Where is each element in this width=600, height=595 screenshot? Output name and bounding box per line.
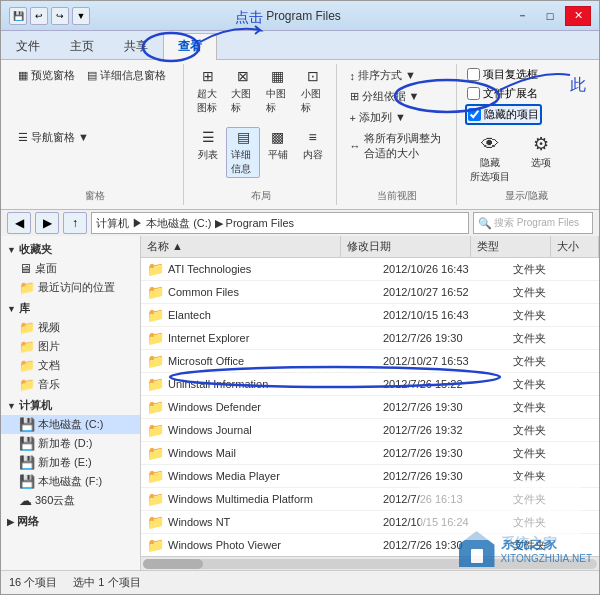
address-toolbar: ◀ ▶ ↑ 计算机 ▶ 本地磁盘 (C:) ▶ Program Files 🔍 … (1, 210, 599, 236)
up-button[interactable]: ↑ (63, 212, 87, 234)
sidebar-item-docs[interactable]: 📁文档 (1, 356, 140, 375)
cloud-icon: ☁ (19, 493, 32, 508)
back-button[interactable]: ◀ (7, 212, 31, 234)
list-btn[interactable]: ☰列表 (192, 127, 226, 164)
sidebar-section-library: ▼ 库 📁视频 📁图片 📁文档 📁音乐 (1, 299, 140, 394)
dropdown-quick-btn[interactable]: ▼ (72, 7, 90, 25)
sidebar-item-d-drive[interactable]: 💾新加卷 (D:) (1, 434, 140, 453)
address-input[interactable]: 计算机 ▶ 本地磁盘 (C:) ▶ Program Files (91, 212, 469, 234)
search-input[interactable]: 🔍 搜索 Program Files (473, 212, 593, 234)
desktop-icon: 🖥 (19, 261, 32, 276)
detail-pane-btn[interactable]: ▤ 详细信息窗格 (82, 66, 171, 85)
large-icon-btn[interactable]: ⊠大图标 (226, 66, 260, 117)
tab-file[interactable]: 文件 (1, 33, 55, 59)
file-row-uninstall[interactable]: 📁 Uninstall Information 2012/7/26 15:22 … (141, 373, 599, 396)
sidebar-section-network: ▶ 网络 (1, 512, 140, 531)
medium-icon-btn[interactable]: ▦中图标 (261, 66, 295, 117)
sidebar-item-recent[interactable]: 📁最近访问的位置 (1, 278, 140, 297)
tile-btn[interactable]: ▩平铺 (261, 127, 295, 164)
extension-checkbox-input[interactable] (467, 87, 480, 100)
folder-icon-elantech: 📁 (147, 307, 164, 323)
fitcol-btn[interactable]: ↔将所有列调整为合适的大小 (345, 129, 451, 163)
music-icon: 📁 (19, 377, 35, 392)
file-row-common[interactable]: 📁 Common Files 2012/10/27 16:52 文件夹 (141, 281, 599, 304)
tab-share[interactable]: 共享 (109, 33, 163, 59)
recent-icon: 📁 (19, 280, 35, 295)
file-row-mediaplayer[interactable]: 📁 Windows Media Player 2012/7/26 19:30 文… (141, 465, 599, 488)
file-row-msoffice[interactable]: 📁 Microsoft Office 2012/10/27 16:53 文件夹 (141, 350, 599, 373)
currentview-label: 当前视图 (345, 187, 451, 203)
tile-icon: ▩ (271, 129, 284, 145)
options-btn[interactable]: ⚙ 选项 (519, 129, 563, 173)
file-row-journal[interactable]: 📁 Windows Journal 2012/7/26 19:32 文件夹 (141, 419, 599, 442)
col-size[interactable]: 大小 (551, 236, 599, 257)
library-header[interactable]: ▼ 库 (1, 299, 140, 318)
sort-btn[interactable]: ↕排序方式 ▼ (345, 66, 421, 85)
content-btn[interactable]: ≡内容 (296, 127, 330, 164)
file-row-defender[interactable]: 📁 Windows Defender 2012/7/26 19:30 文件夹 (141, 396, 599, 419)
file-area: 名称 ▲ 修改日期 类型 大小 📁 ATI Technologies 2012/… (141, 236, 599, 570)
extension-checkbox-toggle[interactable]: 文件扩展名 (465, 85, 542, 102)
hscroll-thumb[interactable] (143, 559, 203, 569)
forward-button[interactable]: ▶ (35, 212, 59, 234)
hidden-items-checkbox-input[interactable] (468, 108, 481, 121)
folder-icon-mediaplayer: 📁 (147, 468, 164, 484)
watermark-sitename: 系统之家 (501, 535, 593, 553)
pane-group-content: ▦ 预览窗格 ▤ 详细信息窗格 ☰ 导航窗格 ▼ (13, 66, 177, 187)
list-icon: ☰ (202, 129, 215, 145)
folder-icon-uninstall: 📁 (147, 376, 164, 392)
sidebar-item-f-drive[interactable]: 💾本地磁盘 (F:) (1, 472, 140, 491)
addcol-btn[interactable]: +添加列 ▼ (345, 108, 411, 127)
redo-quick-btn[interactable]: ↪ (51, 7, 69, 25)
medium-icon: ▦ (271, 68, 284, 84)
item-checkbox-toggle[interactable]: 项目复选框 (465, 66, 542, 83)
file-row-mail[interactable]: 📁 Windows Mail 2012/7/26 19:30 文件夹 (141, 442, 599, 465)
file-row-elantech[interactable]: 📁 Elantech 2012/10/15 16:43 文件夹 (141, 304, 599, 327)
file-row-multimedia[interactable]: 📁 Windows Multimedia Platform 2012/7/26 … (141, 488, 599, 511)
sidebar-item-music[interactable]: 📁音乐 (1, 375, 140, 394)
small-icon-btn[interactable]: ⊡小图标 (296, 66, 330, 117)
sidebar-item-video[interactable]: 📁视频 (1, 318, 140, 337)
file-row-ati[interactable]: 📁 ATI Technologies 2012/10/26 16:43 文件夹 (141, 258, 599, 281)
undo-quick-btn[interactable]: ↩ (30, 7, 48, 25)
computer-header[interactable]: ▼ 计算机 (1, 396, 140, 415)
minimize-button[interactable]: － (509, 6, 535, 26)
library-arrow: ▼ (7, 304, 16, 314)
xlarge-icon-btn[interactable]: ⊞超大图标 (192, 66, 226, 117)
item-checkbox-input[interactable] (467, 68, 480, 81)
nav-pane-btn[interactable]: ☰ 导航窗格 ▼ (13, 128, 94, 147)
hidden-items-checkbox-toggle[interactable]: 隐藏的项目 (465, 104, 542, 125)
preview-icon: ▦ (18, 69, 28, 82)
group-btn[interactable]: ⊞分组依据 ▼ (345, 87, 425, 106)
sidebar-item-cloud[interactable]: ☁360云盘 (1, 491, 140, 510)
close-button[interactable]: ✕ (565, 6, 591, 26)
file-row-ie[interactable]: 📁 Internet Explorer 2012/7/26 19:30 文件夹 (141, 327, 599, 350)
tab-home[interactable]: 主页 (55, 33, 109, 59)
sidebar: ▼ 收藏夹 🖥桌面 📁最近访问的位置 ▼ 库 (1, 236, 141, 570)
favorites-header[interactable]: ▼ 收藏夹 (1, 240, 140, 259)
network-header[interactable]: ▶ 网络 (1, 512, 140, 531)
group-icon: ⊞ (350, 90, 359, 103)
folder-icon-multimedia: 📁 (147, 491, 164, 507)
hide-selected-btn[interactable]: 👁 隐藏 所选项目 (465, 129, 515, 187)
sidebar-section-favorites: ▼ 收藏夹 🖥桌面 📁最近访问的位置 (1, 240, 140, 297)
sidebar-item-pictures[interactable]: 📁图片 (1, 337, 140, 356)
ribbon-group-pane: ▦ 预览窗格 ▤ 详细信息窗格 ☰ 导航窗格 ▼ 窗格 (7, 64, 184, 205)
sidebar-item-c-drive[interactable]: 💾本地磁盘 (C:) (1, 415, 140, 434)
folder-icon-ati: 📁 (147, 261, 164, 277)
save-quick-btn[interactable]: 💾 (9, 7, 27, 25)
small-icon: ⊡ (307, 68, 319, 84)
preview-pane-btn[interactable]: ▦ 预览窗格 (13, 66, 80, 85)
details-btn[interactable]: ▤详细信息 (226, 127, 260, 178)
sidebar-item-desktop[interactable]: 🖥桌面 (1, 259, 140, 278)
window-controls: － □ ✕ (509, 6, 591, 26)
col-type[interactable]: 类型 (471, 236, 551, 257)
watermark: 系统之家 XITONGZHIJIA.NET (459, 531, 593, 567)
sidebar-item-e-drive[interactable]: 💾新加卷 (E:) (1, 453, 140, 472)
col-date[interactable]: 修改日期 (341, 236, 471, 257)
addcol-icon: + (350, 112, 356, 124)
tab-view[interactable]: 查看 (163, 33, 217, 60)
col-name[interactable]: 名称 ▲ (141, 236, 341, 257)
maximize-button[interactable]: □ (537, 6, 563, 26)
folder-icon-defender: 📁 (147, 399, 164, 415)
